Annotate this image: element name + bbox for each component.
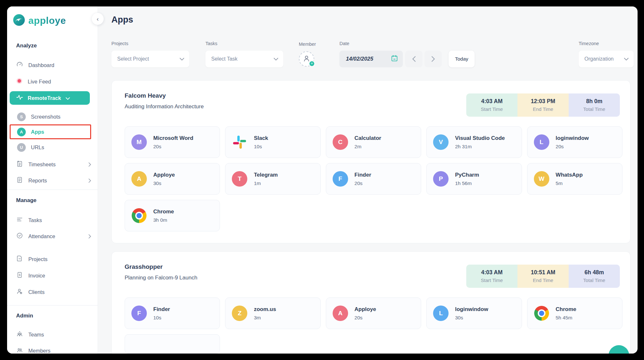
app-duration: 5h 45m <box>556 315 576 321</box>
task-subtitle: Planning on Falcom-9 Launch <box>125 275 197 281</box>
sidebar-item-label: Projects <box>28 256 91 262</box>
project-card-grasshopper: Grasshopper Planning on Falcom-9 Launch … <box>111 251 630 354</box>
end-time-badge: 12:03 PM End Time <box>517 93 569 117</box>
sidebar-item-label: Reports <box>28 178 83 184</box>
sidebar-item-label: Members <box>28 348 91 354</box>
sidebar-divider <box>7 305 98 306</box>
next-day-button[interactable] <box>424 51 442 67</box>
app-usage-grid: M Microsoft Word 20s Slack 10s C Calcula… <box>125 126 622 231</box>
date-picker[interactable]: 14/02/2025 <box>339 51 403 67</box>
end-time-label: End Time <box>517 106 569 112</box>
app-duration: 5m <box>556 180 583 186</box>
sidebar-item-tasks[interactable]: Tasks <box>7 213 98 227</box>
app-usage-tile: P PyCharm 1h 56m <box>426 163 522 195</box>
total-time-badge: 8h 0m Total Time <box>569 93 620 117</box>
start-time-value: 4:03 AM <box>466 269 517 276</box>
app-usage-tile: Slack 10s <box>225 126 320 158</box>
previous-day-button[interactable] <box>405 51 422 67</box>
sidebar-item-label: Screenshots <box>31 114 61 120</box>
chevron-right-icon <box>89 162 91 167</box>
time-summary-badges: 4:03 AM Start Time 10:51 AM End Time 6h … <box>466 265 620 288</box>
app-letter-avatar: P <box>433 171 449 187</box>
app-name: Apploye <box>153 172 175 178</box>
app-letter-avatar: V <box>433 134 449 150</box>
app-name: Finder <box>153 306 170 313</box>
app-letter-avatar: A <box>333 306 348 321</box>
app-letter-avatar: L <box>433 306 449 321</box>
app-name: zoom.us <box>254 306 276 313</box>
section-label-admin: Admin <box>7 313 98 320</box>
project-select[interactable]: Select Project <box>111 51 189 67</box>
app-letter-avatar: C <box>333 134 348 150</box>
app-name: Apploye <box>355 306 376 313</box>
sidebar-item-invoice[interactable]: $ Invoice <box>7 268 98 283</box>
app-duration: 30s <box>455 315 488 321</box>
apps-selection-highlight-box: A Apps <box>10 124 91 139</box>
app-usage-tile-partial <box>125 334 220 354</box>
chevron-right-icon <box>89 179 91 183</box>
invoice-icon: $ <box>16 271 23 280</box>
sidebar-collapse-button[interactable]: ‹ <box>92 13 104 25</box>
app-usage-tile: M Microsoft Word 20s <box>125 126 220 158</box>
calendar-icon <box>391 54 398 63</box>
reports-icon <box>16 176 23 185</box>
sidebar-item-dashboard[interactable]: Dashboard <box>7 58 98 72</box>
sidebar-item-attendance[interactable]: Attendance <box>7 229 98 243</box>
sidebar-item-urls[interactable]: U URLs <box>7 141 98 154</box>
chrome-logo-icon <box>534 306 549 321</box>
app-usage-tile: Z zoom.us 3m <box>225 297 320 329</box>
app-duration: 10s <box>254 144 268 150</box>
timesheets-icon <box>16 160 23 169</box>
app-letter-avatar: M <box>131 134 147 150</box>
sidebar-item-remotetrack[interactable]: RemoteTrack <box>10 91 90 105</box>
clients-icon <box>16 288 23 296</box>
screenshots-letter-icon: S <box>17 112 26 121</box>
app-usage-tile: L loginwindow 30s <box>426 297 522 329</box>
app-letter-avatar: L <box>534 134 549 150</box>
app-usage-tile: L loginwindow 20s <box>527 126 622 158</box>
timezone-filter-label: Timezone <box>579 41 634 46</box>
apploye-logo-icon <box>13 14 25 27</box>
app-duration: 20s <box>355 315 376 321</box>
member-filter-group: Member + <box>299 42 316 67</box>
app-name: Microsoft Word <box>153 135 193 141</box>
tasks-icon <box>16 216 23 224</box>
member-filter-label: Member <box>299 42 316 47</box>
timezone-select[interactable]: Organization <box>579 51 634 67</box>
project-card-falcom-heavy: Falcom Heavy Auditing Information Archit… <box>111 80 630 243</box>
tasks-filter-group: Tasks Select Task <box>205 41 283 67</box>
sidebar-item-projects[interactable]: Projects <box>7 252 98 266</box>
sidebar-item-screenshots[interactable]: S Screenshots <box>7 110 98 123</box>
tasks-filter-label: Tasks <box>205 41 283 46</box>
sidebar-item-label: Clients <box>28 289 91 295</box>
sidebar-item-timesheets[interactable]: Timesheets <box>7 157 98 171</box>
app-letter-avatar: F <box>131 306 147 321</box>
chevron-down-icon <box>274 56 278 62</box>
sidebar: apploye Analyze Dashboard Live Feed Remo… <box>7 6 98 354</box>
app-name: Visual Studio Code <box>455 135 505 141</box>
sidebar-item-clients[interactable]: Clients <box>7 285 98 299</box>
sidebar-item-reports[interactable]: Reports <box>7 173 98 188</box>
app-duration: 2m <box>355 144 381 150</box>
app-usage-tile: F Finder 20s <box>326 163 421 195</box>
sidebar-item-apps[interactable]: A Apps <box>11 125 90 138</box>
app-duration: 10s <box>153 315 170 321</box>
sidebar-item-label: RemoteTrack <box>28 95 61 101</box>
projects-filter-label: Projects <box>111 41 189 46</box>
section-label-analyze: Analyze <box>7 43 98 50</box>
today-button[interactable]: Today <box>449 51 475 67</box>
sidebar-item-label: Attendance <box>28 233 83 239</box>
date-value: 14/02/2025 <box>346 56 373 62</box>
start-time-label: Start Time <box>466 277 517 283</box>
filter-bar: Projects Select Project Tasks Select Tas… <box>111 41 634 67</box>
sidebar-item-label: Apps <box>31 129 44 135</box>
sidebar-item-live-feed[interactable]: Live Feed <box>7 74 98 89</box>
project-card-heading: Grasshopper Planning on Falcom-9 Launch <box>125 263 197 281</box>
sidebar-item-teams[interactable]: Teams <box>7 327 98 342</box>
member-select-avatar[interactable]: + <box>299 51 314 67</box>
date-filter-label: Date <box>339 41 403 46</box>
sidebar-item-members[interactable]: Members <box>7 344 98 354</box>
task-select[interactable]: Select Task <box>205 51 283 67</box>
app-duration: 1m <box>254 180 278 186</box>
time-summary-badges: 4:03 AM Start Time 12:03 PM End Time 8h … <box>466 93 620 117</box>
